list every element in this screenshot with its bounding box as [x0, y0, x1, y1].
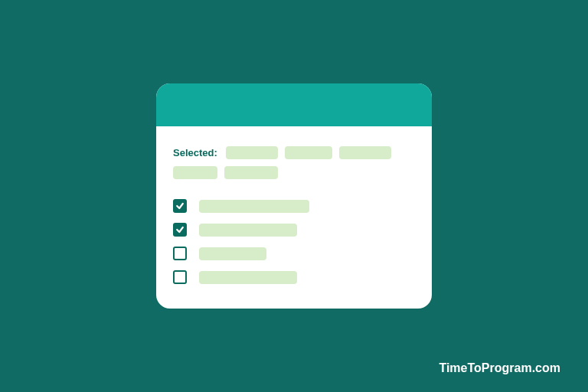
- option-label-placeholder: [199, 247, 266, 260]
- options-list: [173, 199, 415, 284]
- selected-chip[interactable]: [224, 166, 278, 179]
- panel-card: Selected:: [156, 83, 432, 309]
- selected-chip[interactable]: [339, 146, 391, 159]
- option-row[interactable]: [173, 223, 415, 237]
- option-row[interactable]: [173, 199, 415, 213]
- selected-label: Selected:: [173, 147, 217, 158]
- option-label-placeholder: [199, 200, 309, 213]
- panel-body: Selected:: [156, 126, 432, 309]
- checkbox-unchecked-icon[interactable]: [173, 270, 187, 284]
- checkbox-unchecked-icon[interactable]: [173, 247, 187, 260]
- watermark-text: TimeToProgram.com: [439, 361, 560, 375]
- selected-chip[interactable]: [226, 146, 278, 159]
- panel-header: [156, 83, 432, 126]
- option-label-placeholder: [199, 224, 297, 237]
- option-row[interactable]: [173, 270, 415, 284]
- selected-chip[interactable]: [285, 146, 332, 159]
- checkbox-checked-icon[interactable]: [173, 199, 187, 213]
- checkbox-checked-icon[interactable]: [173, 223, 187, 237]
- selected-tags-row: Selected:: [173, 146, 415, 179]
- option-row[interactable]: [173, 247, 415, 260]
- selected-chip[interactable]: [173, 166, 217, 179]
- option-label-placeholder: [199, 271, 297, 284]
